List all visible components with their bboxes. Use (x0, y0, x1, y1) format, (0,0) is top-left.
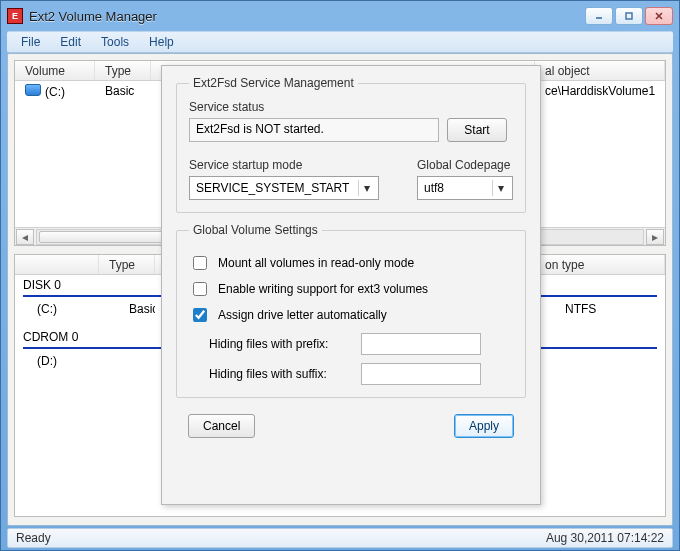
readonly-checkbox[interactable] (193, 256, 207, 270)
disk0-volume: (C:) (15, 301, 99, 317)
prefix-input[interactable] (361, 333, 481, 355)
dcol-blank (15, 255, 99, 274)
status-left: Ready (16, 531, 51, 545)
autodrive-row[interactable]: Assign drive letter automatically (189, 305, 513, 325)
col-volume[interactable]: Volume (15, 61, 95, 80)
startup-mode-label: Service startup mode (189, 158, 393, 172)
disk0-parttype: NTFS (535, 301, 665, 317)
suffix-label: Hiding files with suffix: (209, 367, 349, 381)
startup-mode-selected: SERVICE_SYSTEM_START (196, 181, 349, 195)
app-icon: E (7, 8, 23, 24)
cell-physical-object: ce\HarddiskVolume1 (535, 83, 665, 99)
menu-edit[interactable]: Edit (50, 33, 91, 51)
prefix-label: Hiding files with prefix: (209, 337, 349, 351)
dcol-type[interactable]: Type (99, 255, 155, 274)
codepage-label: Global Codepage (417, 158, 513, 172)
readonly-label: Mount all volumes in read-only mode (218, 256, 414, 270)
menu-file[interactable]: File (11, 33, 50, 51)
status-bar: Ready Aug 30,2011 07:14:22 (7, 528, 673, 548)
menu-tools[interactable]: Tools (91, 33, 139, 51)
ext3write-checkbox[interactable] (193, 282, 207, 296)
autodrive-label: Assign drive letter automatically (218, 308, 387, 322)
window-buttons (585, 7, 673, 25)
ext3write-row[interactable]: Enable writing support for ext3 volumes (189, 279, 513, 299)
cancel-button[interactable]: Cancel (188, 414, 255, 438)
menu-help[interactable]: Help (139, 33, 184, 51)
chevron-down-icon: ▾ (492, 180, 508, 196)
disk0-type: Basic (99, 301, 155, 317)
scroll-left-icon[interactable]: ◂ (16, 229, 34, 245)
drive-icon (25, 84, 41, 96)
close-button[interactable] (645, 7, 673, 25)
col-type[interactable]: Type (95, 61, 151, 80)
ext3write-label: Enable writing support for ext3 volumes (218, 282, 428, 296)
menu-bar: File Edit Tools Help (7, 31, 673, 53)
chevron-down-icon: ▾ (358, 180, 374, 196)
service-management-legend: Ext2Fsd Service Management (189, 76, 358, 90)
maximize-button[interactable] (615, 7, 643, 25)
autodrive-checkbox[interactable] (193, 308, 207, 322)
service-management-dialog: Ext2Fsd Service Management Service statu… (161, 65, 541, 505)
codepage-select[interactable]: utf8 ▾ (417, 176, 513, 200)
cdrom0-volume: (D:) (15, 353, 99, 369)
scroll-right-icon[interactable]: ▸ (646, 229, 664, 245)
status-right: Aug 30,2011 07:14:22 (546, 531, 664, 545)
readonly-row[interactable]: Mount all volumes in read-only mode (189, 253, 513, 273)
global-volume-settings-group: Global Volume Settings Mount all volumes… (176, 223, 526, 398)
col-physical-object[interactable]: al object (535, 61, 665, 80)
cell-volume: (C:) (15, 83, 95, 100)
service-status-label: Service status (189, 100, 513, 114)
start-button[interactable]: Start (447, 118, 507, 142)
window-title: Ext2 Volume Manager (29, 9, 585, 24)
dcol-partition-type[interactable]: on type (535, 255, 665, 274)
suffix-input[interactable] (361, 363, 481, 385)
service-status-value: Ext2Fsd is NOT started. (189, 118, 439, 142)
cell-volume-text: (C:) (45, 85, 65, 99)
svg-rect-1 (626, 13, 632, 19)
titlebar: E Ext2 Volume Manager (1, 1, 679, 31)
startup-mode-select[interactable]: SERVICE_SYSTEM_START ▾ (189, 176, 379, 200)
apply-button[interactable]: Apply (454, 414, 514, 438)
global-volume-settings-legend: Global Volume Settings (189, 223, 322, 237)
codepage-selected: utf8 (424, 181, 444, 195)
service-management-group: Ext2Fsd Service Management Service statu… (176, 76, 526, 213)
cell-type: Basic (95, 83, 151, 99)
minimize-button[interactable] (585, 7, 613, 25)
